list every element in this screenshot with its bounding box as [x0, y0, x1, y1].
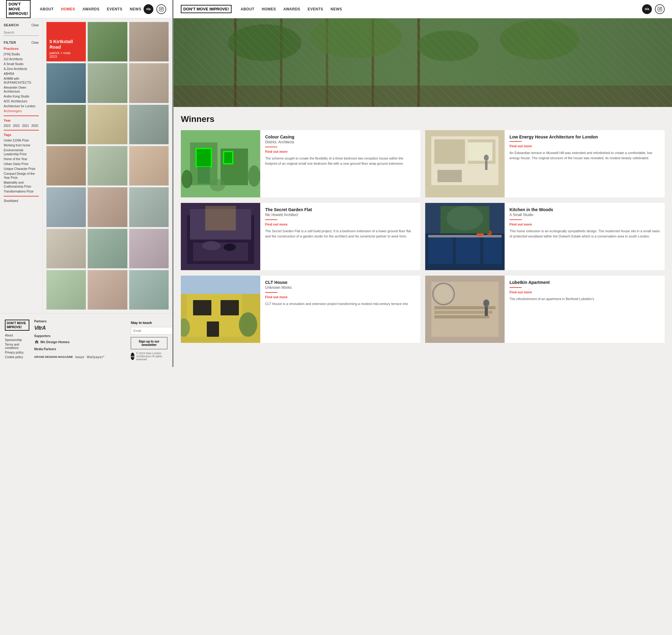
- nav-links-right: ABOUT HOMES AWARDS EVENTS NEWS: [241, 7, 642, 11]
- tag-item[interactable]: Working from home: [4, 143, 39, 147]
- email-input[interactable]: [131, 327, 175, 335]
- footer-about[interactable]: About: [5, 334, 29, 337]
- practice-item[interactable]: ABHRA: [4, 72, 39, 76]
- featured-subtitle: patrick + rosie 2023: [49, 51, 83, 58]
- grid-item-6[interactable]: [129, 63, 169, 103]
- left-content: SEARCH Clear FILTER Clear Practices [Y/N…: [0, 18, 172, 313]
- grid-item-14[interactable]: [88, 187, 127, 227]
- grid-item-19[interactable]: [46, 270, 86, 310]
- footer-terms[interactable]: Terms and conditions: [5, 343, 29, 350]
- lubetkin-findmore[interactable]: Find out more: [510, 290, 660, 294]
- year-items: 2023 2022 2021 2020: [4, 124, 39, 127]
- tag-item[interactable]: Materiality and Craftsmanship Prize: [4, 181, 39, 189]
- search-input[interactable]: [4, 29, 39, 36]
- svg-rect-8: [234, 18, 237, 107]
- practice-item[interactable]: Andre Kong Studio: [4, 94, 39, 98]
- footer-sponsorship[interactable]: Sponsorship: [5, 338, 29, 342]
- svg-point-25: [248, 165, 260, 187]
- footer-logo-line1: DON'T: [7, 322, 16, 325]
- grid-item-7[interactable]: [46, 105, 86, 144]
- grid-item-8[interactable]: [88, 105, 127, 144]
- grid-item-9[interactable]: [129, 105, 169, 144]
- kitchen-woods-findmore[interactable]: Find out more: [510, 222, 660, 226]
- practice-item[interactable]: 2x2 Architects: [4, 57, 39, 61]
- low-energy-findmore[interactable]: Find out more: [510, 144, 660, 148]
- nav-homes[interactable]: HOMES: [61, 7, 75, 11]
- logo-right[interactable]: DON'T MOVE IMPROVE!: [181, 5, 231, 14]
- shortlisted-label[interactable]: Shortlisted: [4, 199, 39, 203]
- nav-about[interactable]: ABOUT: [40, 7, 53, 11]
- grid-item-15[interactable]: [129, 187, 169, 227]
- tag-item[interactable]: Unique Character Prize: [4, 167, 39, 171]
- colour-casing-findmore[interactable]: Find out more: [265, 150, 416, 153]
- right-nav-awards[interactable]: AWARDS: [283, 7, 300, 11]
- year-2020[interactable]: 2020: [31, 124, 38, 127]
- nav-awards[interactable]: AWARDS: [83, 7, 99, 11]
- newsletter-button[interactable]: Sign up to our newsletter: [131, 337, 167, 349]
- practice-item[interactable]: Architecture for London: [4, 104, 39, 108]
- grid-item-13[interactable]: [46, 187, 86, 227]
- grid-item-5[interactable]: [88, 63, 127, 103]
- grid-item-17[interactable]: [88, 229, 127, 268]
- grid-item-10[interactable]: [46, 146, 86, 185]
- right-nav-about[interactable]: ABOUT: [241, 7, 254, 11]
- grid-item-2[interactable]: [88, 22, 127, 61]
- tag-item[interactable]: Under £100k Prize: [4, 138, 39, 143]
- right-nla-icon[interactable]: nla: [642, 4, 652, 14]
- stay-label: Stay in touch: [131, 321, 167, 325]
- footer-logo-line3: IMPROVE!: [7, 325, 22, 329]
- svg-rect-55: [221, 300, 239, 315]
- tag-item[interactable]: Compact Design of the Year Prize: [4, 172, 39, 180]
- footer-links: About Sponsorship Terms and conditions P…: [5, 334, 29, 359]
- winners-section: Winners: [174, 107, 672, 348]
- practice-item[interactable]: [Y/N] Studio: [4, 52, 39, 56]
- footer-privacy[interactable]: Privacy policy: [5, 351, 29, 354]
- grid-item-3[interactable]: [129, 22, 169, 61]
- tag-item[interactable]: Environmental Leadership Prize: [4, 148, 39, 156]
- clt-findmore[interactable]: Find out more: [265, 295, 416, 299]
- svg-rect-54: [193, 300, 211, 315]
- logo-left[interactable]: DON'T MOVE IMPROVE!: [6, 0, 30, 18]
- media-partners: Media Partners GRAND DESIGNS MAGAZINE ho…: [34, 347, 126, 359]
- tag-item[interactable]: Urban Oasis Prize: [4, 162, 39, 166]
- year-2023[interactable]: 2023: [4, 124, 10, 127]
- footer-grid: DON'T MOVE IMPROVE! About Sponsorship Te…: [5, 320, 167, 361]
- year-2021[interactable]: 2021: [22, 124, 29, 127]
- svg-point-41: [224, 244, 236, 251]
- grid-item-featured[interactable]: 5 Kirtkstall Road patrick + rosie 2023: [46, 22, 86, 61]
- grid-item-11[interactable]: [88, 146, 127, 185]
- grid-item-16[interactable]: [46, 229, 86, 268]
- kitchen-woods-bar: [510, 219, 522, 220]
- search-clear[interactable]: Clear: [31, 24, 39, 27]
- year-2022[interactable]: 2022: [13, 124, 20, 127]
- grid-item-18[interactable]: [129, 229, 169, 268]
- secret-garden-findmore[interactable]: Find out more: [265, 222, 416, 226]
- grid-item-12[interactable]: [129, 146, 169, 185]
- tag-item[interactable]: Transformations Prize: [4, 190, 39, 193]
- practice-item[interactable]: Alexander Owen Architecture: [4, 86, 39, 93]
- grid-item-4[interactable]: [46, 63, 86, 103]
- svg-rect-11: [372, 18, 374, 107]
- nav-news[interactable]: NEWS: [130, 7, 141, 11]
- nla-icon[interactable]: nla: [143, 4, 153, 14]
- tag-item[interactable]: Home of the Year: [4, 157, 39, 161]
- right-instagram-icon[interactable]: [655, 4, 665, 14]
- right-nav-events[interactable]: EVENTS: [308, 7, 323, 11]
- nav-events[interactable]: EVENTS: [107, 7, 122, 11]
- practice-item[interactable]: A-Zero Architects: [4, 67, 39, 71]
- footer-cookie[interactable]: Cookie policy: [5, 355, 29, 359]
- grid-item-20[interactable]: [88, 270, 127, 310]
- practice-item-archmongers[interactable]: Archmongers: [4, 109, 39, 113]
- practice-item[interactable]: AHMM with RUFFARCHITECTS: [4, 77, 39, 85]
- divider-tags: [4, 196, 39, 196]
- practice-item[interactable]: AOC Architecture: [4, 99, 39, 103]
- right-nav-homes[interactable]: HOMES: [262, 7, 276, 11]
- filter-clear[interactable]: Clear: [31, 41, 39, 44]
- svg-point-65: [483, 300, 489, 307]
- right-nav-news[interactable]: NEWS: [331, 7, 342, 11]
- instagram-icon[interactable]: [156, 4, 166, 14]
- footer-logo[interactable]: DON'T MOVE IMPROVE!: [5, 320, 29, 331]
- grid-item-21[interactable]: [129, 270, 169, 310]
- practice-item[interactable]: A Small Studio: [4, 62, 39, 66]
- colour-casing-firm: District. Architects: [265, 140, 416, 144]
